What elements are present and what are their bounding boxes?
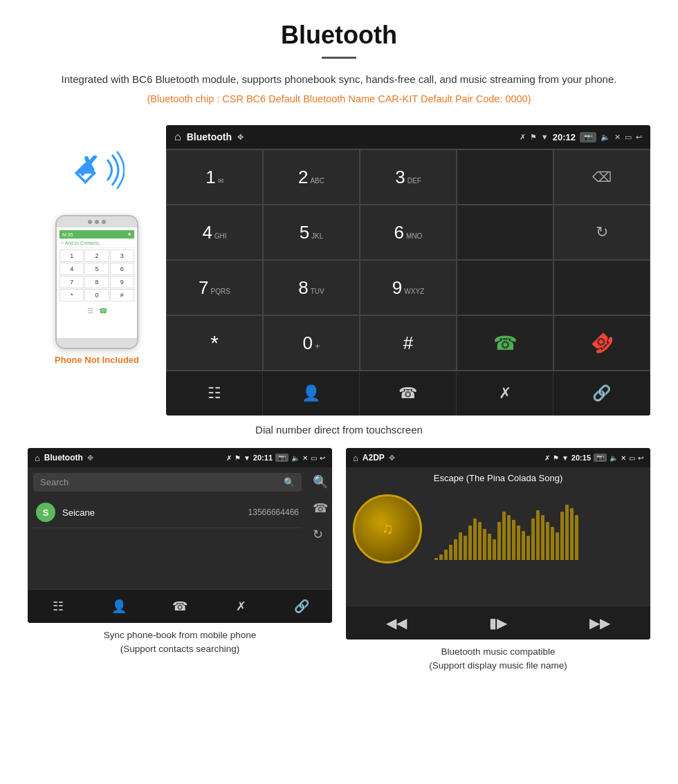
dial-key-4[interactable]: 4 GHI (166, 205, 263, 260)
dial-display-area (457, 149, 553, 205)
phone-bottom-bar (57, 338, 137, 348)
phone-aside: ✗ ⬘ M:35 ★ + Add (28, 125, 166, 365)
volume-icon[interactable]: 🔈 (601, 133, 610, 142)
pb-search-side-icon[interactable]: 🔍 (313, 474, 328, 489)
phone-key[interactable]: 3 (110, 250, 134, 262)
music-controls: ◀◀ ▮▶ ▶▶ (346, 606, 650, 640)
search-icon[interactable]: 🔍 (284, 477, 295, 487)
music-screen-wrap: ⌂ A2DP ✥ ✗ ⚑ ▼ 20:15 📷 🔈 ✕ ▭ ↩ E (339, 448, 657, 673)
viz-bar (439, 554, 443, 560)
pb-window-icon[interactable]: ▭ (311, 454, 317, 462)
dial-empty-3 (457, 260, 553, 315)
pb-content-wrap: Search 🔍 S Seicane 13566664466 🔍 ☎ (28, 467, 332, 589)
dial-key-8[interactable]: 8 TUV (263, 260, 360, 315)
phone-key[interactable]: 2 (84, 250, 109, 262)
pb-back-icon[interactable]: ↩ (320, 454, 325, 462)
phone-key[interactable]: 8 (84, 276, 109, 288)
music-window-icon[interactable]: ▭ (629, 454, 635, 462)
dial-key-star[interactable]: * (166, 315, 263, 371)
pb-bt-btn[interactable]: ✗ (210, 590, 271, 623)
pb-status-right: ✗ ⚑ ▼ 20:11 📷 🔈 ✕ ▭ ↩ (226, 454, 325, 462)
call-button[interactable]: ☎ (457, 315, 553, 371)
music-close-icon[interactable]: ✕ (621, 454, 626, 462)
dial-screen-title: Bluetooth (187, 131, 232, 142)
music-caption: Bluetooth music compatible (Support disp… (422, 640, 574, 673)
close-icon[interactable]: ✕ (614, 133, 621, 142)
home-icon[interactable]: ⌂ (174, 131, 181, 143)
pb-call-side-icon[interactable]: ☎ (313, 501, 328, 516)
pb-refresh-side-icon[interactable]: ↻ (313, 527, 328, 542)
music-home-icon[interactable]: ⌂ (353, 453, 358, 463)
music-back-icon[interactable]: ↩ (638, 454, 643, 462)
viz-bar (541, 515, 544, 560)
dial-key-hash[interactable]: # (360, 315, 457, 371)
search-bar[interactable]: Search 🔍 (33, 473, 302, 492)
end-call-button[interactable]: ☎ (553, 315, 650, 371)
pb-link-btn[interactable]: 🔗 (271, 590, 332, 623)
phone-keypad: 1 2 3 4 5 6 7 8 9 * 0 # (59, 248, 134, 303)
pb-loc-icon: ⚑ (235, 454, 241, 462)
pb-status-left: ⌂ Bluetooth ✥ (35, 453, 93, 463)
phone-top-bar (57, 216, 137, 227)
viz-bar (434, 558, 438, 560)
dial-key-7[interactable]: 7 PQRS (166, 260, 263, 315)
music-note-icon: ♫ (382, 520, 394, 538)
play-pause-button[interactable]: ▮▶ (448, 606, 549, 640)
page-header: Bluetooth Integrated with BC6 Bluetooth … (0, 0, 678, 111)
pb-keypad-btn[interactable]: ☷ (28, 590, 89, 623)
music-screen-title: A2DP (363, 453, 385, 463)
status-right: ✗ ⚑ ▼ 20:12 📷 🔈 ✕ ▭ ↩ (520, 132, 642, 142)
dial-key-3[interactable]: 3 DEF (360, 149, 457, 205)
link-toolbar-button[interactable]: 🔗 (553, 371, 650, 416)
phone-key[interactable]: # (110, 289, 134, 301)
dial-key-2[interactable]: 2 ABC (263, 149, 360, 205)
phone-key[interactable]: 0 (84, 289, 109, 301)
contacts-toolbar-button[interactable]: 👤 (263, 371, 360, 416)
pb-mini-toolbar: ☷ 👤 ☎ ✗ 🔗 (28, 589, 332, 623)
dial-key-9[interactable]: 9 WXYZ (360, 260, 457, 315)
bluetooth-toolbar-button[interactable]: ✗ (457, 371, 553, 416)
search-placeholder: Search (40, 477, 68, 487)
bottom-screens: ⌂ Bluetooth ✥ ✗ ⚑ ▼ 20:11 📷 🔈 ✕ ▭ ↩ (0, 448, 678, 673)
back-icon[interactable]: ↩ (636, 133, 642, 142)
music-vol-icon[interactable]: 🔈 (610, 454, 618, 462)
phonebook-screen-wrap: ⌂ Bluetooth ✥ ✗ ⚑ ▼ 20:11 📷 🔈 ✕ ▭ ↩ (21, 448, 339, 673)
pb-close-icon[interactable]: ✕ (302, 454, 308, 462)
refresh-button[interactable]: ↻ (553, 205, 650, 260)
phone-toolbar-button[interactable]: ☎ (360, 371, 457, 416)
contact-row[interactable]: S Seicane 13566664466 (33, 497, 302, 528)
window-icon[interactable]: ▭ (625, 133, 632, 142)
viz-bar (536, 510, 540, 560)
camera-button[interactable]: 📷 (580, 132, 596, 142)
phonebook-caption: Sync phone-book from mobile phone (Suppo… (97, 623, 264, 657)
phone-key[interactable]: 4 (59, 263, 84, 275)
prev-button[interactable]: ◀◀ (346, 606, 448, 640)
pb-home-icon[interactable]: ⌂ (35, 453, 40, 463)
phone-key[interactable]: 6 (110, 263, 134, 275)
phone-action-bar: ☰ ☎ (59, 303, 134, 319)
pb-phone-btn[interactable]: ☎ (149, 590, 210, 623)
pb-contacts-btn[interactable]: 👤 (89, 590, 149, 623)
phone-screen-header: M:35 ★ (59, 230, 134, 239)
viz-bar (575, 515, 578, 560)
phone-key[interactable]: 7 (59, 276, 84, 288)
usb-icon: ✥ (237, 133, 244, 142)
next-button[interactable]: ▶▶ (549, 606, 650, 640)
pb-camera-btn[interactable]: 📷 (275, 454, 288, 462)
phone-key[interactable]: 5 (84, 263, 109, 275)
dial-key-1[interactable]: 1 ✉ (166, 149, 263, 205)
phone-not-included-label: Phone Not Included (55, 355, 139, 365)
phone-key[interactable]: * (59, 289, 84, 301)
keypad-toolbar-button[interactable]: ☷ (166, 371, 263, 416)
dial-key-5[interactable]: 5 JKL (263, 205, 360, 260)
dial-key-0[interactable]: 0 + (263, 315, 360, 371)
dial-key-6[interactable]: 6 MNO (360, 205, 457, 260)
status-left: ⌂ Bluetooth ✥ (174, 131, 244, 143)
phone-key[interactable]: 1 (59, 250, 84, 262)
pb-vol-icon[interactable]: 🔈 (291, 454, 300, 462)
backspace-button[interactable]: ⌫ (553, 149, 650, 205)
music-camera-btn[interactable]: 📷 (594, 454, 607, 462)
phone-key[interactable]: 9 (110, 276, 134, 288)
phonebook-android-screen: ⌂ Bluetooth ✥ ✗ ⚑ ▼ 20:11 📷 🔈 ✕ ▭ ↩ (28, 448, 332, 623)
viz-bar (497, 522, 501, 560)
